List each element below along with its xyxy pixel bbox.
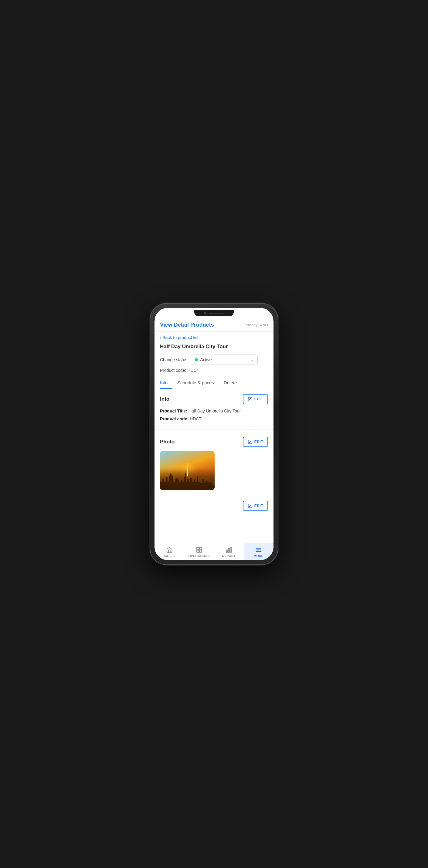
partial-edit-button[interactable]: EDIT (243, 501, 268, 511)
photo-section-header: Photo EDIT (160, 437, 268, 447)
product-code-label: Product code: (160, 368, 186, 373)
svg-rect-11 (230, 548, 232, 553)
notch (194, 310, 234, 316)
product-title-label: Product Title: (160, 408, 187, 413)
svg-rect-5 (197, 548, 199, 550)
svg-rect-8 (199, 550, 202, 552)
status-dropdown[interactable]: Active ⌄ (191, 354, 258, 365)
back-link-label: Back to product list (163, 335, 198, 340)
product-title-value: Half Day Umbrella City Tour (189, 408, 241, 413)
info-product-code-value: HDCT (190, 416, 202, 421)
product-photo (160, 451, 215, 490)
svg-rect-9 (226, 550, 228, 552)
svg-rect-6 (199, 548, 202, 550)
photo-edit-icon (248, 439, 253, 444)
speaker-notch (209, 313, 224, 314)
home-icon (166, 546, 173, 554)
nav-operations-label: OPERATIONS (189, 554, 210, 558)
svg-rect-7 (197, 550, 199, 552)
info-product-code-row: Product code: HDCT (160, 416, 268, 422)
phone-screen: View Detail Products Currency: VND ‹ Bac… (154, 308, 274, 560)
back-chevron-icon: ‹ (160, 335, 161, 340)
phone-shell: View Detail Products Currency: VND ‹ Bac… (150, 304, 278, 564)
photo-section: Photo EDIT (154, 432, 274, 496)
tab-info[interactable]: Info (160, 377, 172, 389)
bottom-nav: SALES OPERATIONS (154, 543, 274, 560)
photo-section-title: Photo (160, 439, 175, 445)
page-title: View Detail Products (160, 322, 214, 328)
tab-delete[interactable]: Delete (224, 377, 241, 389)
svg-rect-10 (228, 548, 229, 552)
product-name: Half Day Umbrella City Tour (154, 342, 274, 353)
operations-icon (196, 546, 203, 554)
status-label: Change status (160, 357, 187, 362)
status-value: Active (200, 357, 251, 362)
nav-report[interactable]: REPORT (214, 543, 244, 560)
edit-pencil-icon (248, 397, 253, 402)
photo-edit-button[interactable]: EDIT (243, 437, 268, 447)
status-dot (195, 358, 198, 361)
nav-more-label: MORE (254, 554, 263, 558)
notch-area (154, 308, 274, 317)
app-content: View Detail Products Currency: VND ‹ Bac… (154, 317, 274, 543)
back-link[interactable]: ‹ Back to product list (154, 332, 274, 342)
product-code-row: Product code: HDCT (154, 367, 274, 377)
report-icon (225, 546, 232, 554)
info-product-code-label: Product code: (160, 416, 189, 421)
nav-operations[interactable]: OPERATIONS (184, 543, 214, 560)
nav-sales[interactable]: SALES (154, 543, 184, 560)
product-code-value: HDCT (187, 368, 199, 373)
status-row: Change status Active ⌄ (154, 353, 274, 367)
partial-btn-row: EDIT (154, 501, 274, 514)
nav-sales-label: SALES (164, 554, 175, 558)
info-section-header: Info EDIT (160, 394, 268, 404)
nav-more[interactable]: MORE (244, 543, 274, 560)
photo-edit-label: EDIT (254, 440, 263, 444)
info-section: Info EDIT Product Title: Half Day (154, 389, 274, 427)
section-divider-2 (154, 498, 274, 498)
info-section-title: Info (160, 396, 169, 402)
tab-schedule[interactable]: Schedule & prices (177, 377, 219, 389)
page-header: View Detail Products Currency: VND (154, 317, 274, 332)
dropdown-arrow-icon: ⌄ (251, 358, 254, 362)
product-title-row: Product Title: Half Day Umbrella City To… (160, 408, 268, 414)
photo-image (160, 451, 215, 490)
phone-inner: View Detail Products Currency: VND ‹ Bac… (154, 308, 274, 560)
camera-notch (204, 312, 206, 314)
currency-label: Currency: VND (241, 323, 268, 327)
info-edit-button[interactable]: EDIT (243, 394, 268, 404)
tabs-bar: Info Schedule & prices Delete (154, 377, 274, 389)
more-icon (255, 546, 262, 554)
nav-report-label: REPORT (222, 554, 236, 558)
partial-edit-icon (248, 503, 253, 508)
info-edit-label: EDIT (254, 397, 263, 401)
